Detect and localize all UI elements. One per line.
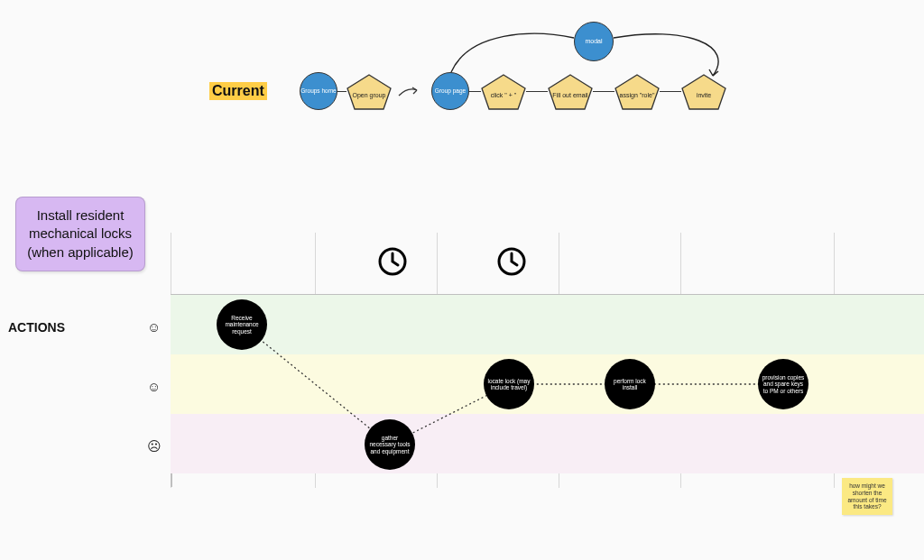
node-open-group: Open group: [346, 74, 392, 110]
action-receive-request: Receive maintenance request: [217, 299, 267, 350]
node-label: Group page: [435, 87, 466, 94]
node-invite: invite: [681, 74, 726, 110]
node-group-page: Group page: [431, 72, 469, 110]
action-label: Receive maintenance request: [220, 315, 263, 335]
connector: [526, 91, 548, 92]
card-title: Install resident mechanical locks (when …: [15, 197, 145, 271]
node-label: assign "role": [614, 74, 660, 110]
action-label: provision copies and spare keys to PM or…: [762, 374, 805, 394]
band-sad: [171, 414, 924, 473]
action-locate-lock: locate lock (may include travel): [484, 359, 534, 409]
band-happy: [171, 295, 924, 354]
arrow-icon: [397, 83, 422, 99]
card-text: Install resident mechanical locks (when …: [27, 207, 134, 260]
node-label: modal: [585, 38, 602, 45]
node-label: Open group: [346, 74, 392, 110]
connector: [660, 91, 681, 92]
connector: [469, 91, 481, 92]
action-label: perform lock install: [608, 378, 651, 391]
sticky-text: how might we shorten the amount of time …: [848, 482, 887, 510]
node-label: Fill out email: [548, 74, 593, 110]
clock-icon: [496, 246, 527, 277]
row-label-actions: ACTIONS: [8, 320, 65, 335]
sticky-note[interactable]: how might we shorten the amount of time …: [842, 478, 892, 515]
face-happy-icon: ☺: [147, 319, 161, 335]
connector: [593, 91, 614, 92]
node-groups-home: Groups home: [300, 72, 337, 110]
node-label: invite: [681, 74, 726, 110]
connector: [337, 91, 346, 92]
face-neutral-icon: ☺: [147, 379, 161, 394]
face-sad-icon: ☹: [147, 438, 162, 454]
node-click-plus: click " + ": [481, 74, 526, 110]
action-perform-install: perform lock install: [605, 359, 655, 409]
action-label: gather necessary tools and equipment: [368, 435, 411, 454]
action-provision-keys: provision copies and spare keys to PM or…: [758, 359, 808, 409]
node-modal: modal: [574, 22, 614, 61]
clock-icon: [377, 246, 408, 277]
band-neutral: [171, 354, 924, 414]
node-label: Groups home: [300, 87, 336, 94]
current-label: Current: [209, 82, 267, 100]
node-fill-email: Fill out email: [548, 74, 593, 110]
action-gather-tools: gather necessary tools and equipment: [365, 419, 415, 470]
node-label: click " + ": [481, 74, 526, 110]
node-assign-role: assign "role": [614, 74, 660, 110]
action-label: locate lock (may include travel): [487, 378, 531, 391]
